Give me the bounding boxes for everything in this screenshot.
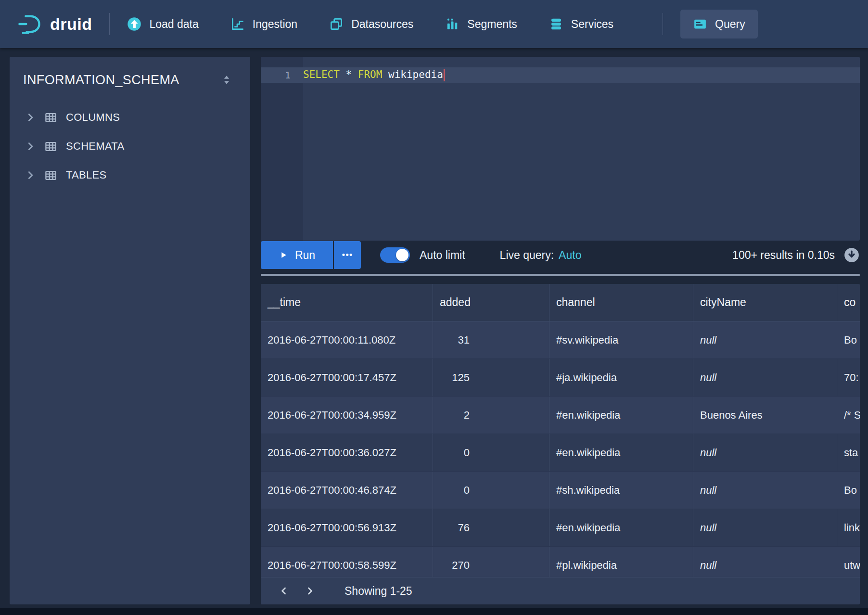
next-page-button[interactable] (300, 581, 319, 601)
cell-comment[interactable]: /* S (837, 397, 860, 434)
query-toolbar: Run ••• Auto limit Live query: Auto 100+… (261, 241, 860, 269)
sidebar-item-tables[interactable]: TABLES (10, 161, 250, 190)
content-area: INFORMATION_SCHEMA COLUMNS (0, 48, 868, 615)
nav-item-label: Segments (467, 18, 517, 31)
more-options-button[interactable]: ••• (334, 241, 361, 269)
sidebar-item-label: COLUMNS (66, 111, 120, 124)
play-icon (279, 250, 288, 260)
chevron-right-icon (24, 169, 37, 181)
ingestion-icon (230, 17, 245, 31)
horizontal-scrollbar[interactable] (261, 274, 860, 276)
cell-added[interactable]: 76 (433, 509, 549, 546)
auto-limit-toggle[interactable] (380, 247, 410, 263)
query-main: 1 SELECT * FROM wikipedia Run ••• (261, 57, 860, 604)
cell-cityname[interactable]: Buenos Aires (693, 397, 837, 434)
cell-channel[interactable]: #en.wikipedia (549, 434, 693, 471)
nav-item-label: Query (715, 18, 745, 31)
results-summary: 100+ results in 0.10s (732, 249, 835, 262)
navbar-divider (109, 13, 110, 35)
nav-item-load-data[interactable]: Load data (127, 17, 198, 31)
top-navbar: druid Load data Ingestion (0, 0, 868, 48)
run-button[interactable]: Run (261, 241, 333, 269)
column-header-added[interactable]: added (433, 284, 549, 321)
cell-added[interactable]: 125 (433, 359, 549, 396)
sql-editor[interactable]: 1 SELECT * FROM wikipedia (261, 57, 860, 241)
cell-channel[interactable]: #ja.wikipedia (549, 359, 693, 396)
cell-channel[interactable]: #en.wikipedia (549, 397, 693, 434)
nav-item-ingestion[interactable]: Ingestion (230, 17, 297, 31)
table-header-row: __time added channel cityName co (261, 284, 860, 321)
cell-cityname[interactable]: null (693, 321, 837, 359)
segments-icon (445, 17, 460, 31)
cell-time[interactable]: 2016-06-27T00:00:46.874Z (261, 472, 433, 509)
cell-time[interactable]: 2016-06-27T00:00:56.913Z (261, 509, 433, 546)
cell-time[interactable]: 2016-06-27T00:00:11.080Z (261, 321, 433, 359)
cell-comment[interactable]: Bo (837, 321, 860, 359)
nav-item-label: Load data (149, 18, 198, 31)
double-caret-vertical-icon[interactable] (220, 74, 233, 86)
cell-cityname[interactable]: null (693, 359, 837, 396)
table-footer: Showing 1-25 (261, 577, 860, 604)
cell-cityname[interactable]: null (693, 434, 837, 471)
sql-text[interactable]: SELECT * FROM wikipedia (303, 69, 445, 81)
toggle-knob (396, 249, 408, 261)
nav-item-services[interactable]: Services (549, 17, 613, 31)
nav-item-query[interactable]: Query (680, 10, 758, 38)
schema-selector[interactable]: INFORMATION_SCHEMA (10, 57, 250, 103)
prev-page-button[interactable] (274, 581, 294, 601)
cell-comment[interactable]: link (837, 509, 860, 546)
cell-added[interactable]: 31 (433, 321, 549, 359)
column-header-channel[interactable]: channel (549, 284, 693, 321)
cell-channel[interactable]: #sv.wikipedia (549, 321, 693, 359)
table-row: 2016-06-27T00:00:36.027Z 0 #en.wikipedia… (261, 434, 860, 472)
nav-item-label: Services (571, 18, 613, 31)
cell-added[interactable]: 0 (433, 434, 549, 471)
table-row: 2016-06-27T00:00:34.959Z 2 #en.wikipedia… (261, 397, 860, 434)
nav-item-segments[interactable]: Segments (445, 17, 517, 31)
editor-active-line[interactable]: 1 SELECT * FROM wikipedia (261, 67, 860, 83)
query-console-icon (693, 17, 707, 31)
download-icon[interactable] (843, 247, 860, 263)
druid-console: druid Load data Ingestion (0, 0, 868, 615)
sidebar-item-label: TABLES (66, 169, 107, 181)
text-cursor (444, 69, 445, 81)
live-query-value[interactable]: Auto (559, 249, 581, 262)
schema-sidebar: INFORMATION_SCHEMA COLUMNS (10, 57, 250, 604)
cell-added[interactable]: 0 (433, 472, 549, 509)
table-body: 2016-06-27T00:00:11.080Z 31 #sv.wikipedi… (261, 321, 860, 584)
column-header-comment[interactable]: co (837, 284, 860, 321)
nav-item-datasources[interactable]: Datasources (329, 17, 413, 31)
cell-comment[interactable]: sta (837, 434, 860, 471)
column-header-cityname[interactable]: cityName (693, 284, 837, 321)
auto-limit-label: Auto limit (420, 249, 465, 262)
cell-time[interactable]: 2016-06-27T00:00:36.027Z (261, 434, 433, 471)
table-grid-icon (44, 111, 57, 124)
editor-gutter (261, 57, 303, 241)
table-row: 2016-06-27T00:00:46.874Z 0 #sh.wikipedia… (261, 472, 860, 509)
druid-logo[interactable]: druid (17, 12, 92, 37)
navbar-divider (663, 13, 663, 35)
services-icon (549, 17, 563, 31)
sidebar-item-label: SCHEMATA (66, 140, 124, 153)
cell-added[interactable]: 2 (433, 397, 549, 434)
druid-logo-icon (17, 12, 42, 37)
cell-cityname[interactable]: null (693, 509, 837, 546)
nav-item-label: Ingestion (253, 18, 297, 31)
showing-range: Showing 1-25 (345, 585, 412, 598)
chevron-right-icon (24, 111, 37, 124)
chevron-right-icon (24, 140, 37, 153)
brand-name: druid (50, 15, 92, 34)
cell-time[interactable]: 2016-06-27T00:00:34.959Z (261, 397, 433, 434)
column-header-time[interactable]: __time (261, 284, 433, 321)
results-table: __time added channel cityName co 2016-06… (261, 284, 860, 604)
cell-channel[interactable]: #en.wikipedia (549, 509, 693, 546)
sidebar-item-columns[interactable]: COLUMNS (10, 103, 250, 132)
cell-cityname[interactable]: null (693, 472, 837, 509)
cell-comment[interactable]: 70: (837, 359, 860, 396)
cell-comment[interactable]: Bo (837, 472, 860, 509)
cell-channel[interactable]: #sh.wikipedia (549, 472, 693, 509)
sidebar-item-schemata[interactable]: SCHEMATA (10, 132, 250, 161)
table-grid-icon (44, 140, 57, 153)
cell-time[interactable]: 2016-06-27T00:00:17.457Z (261, 359, 433, 396)
datasources-icon (329, 17, 344, 31)
